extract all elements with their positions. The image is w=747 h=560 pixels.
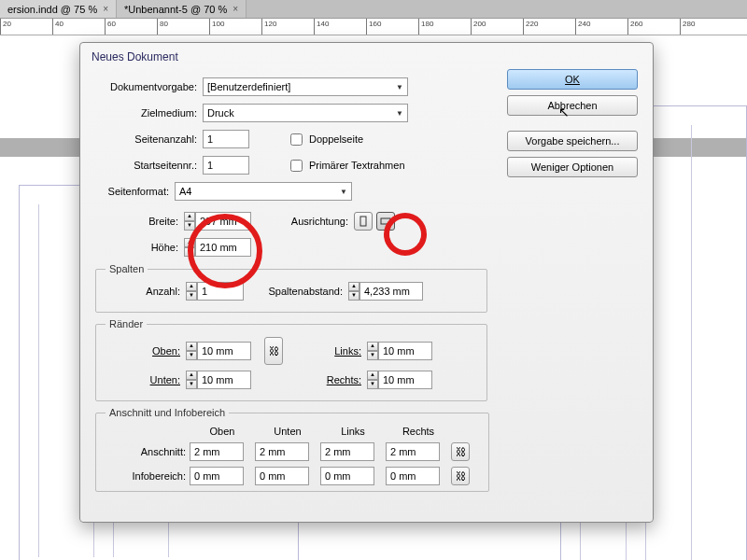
primary-text-frame-checkbox[interactable]: Primärer Textrahmen (287, 157, 405, 175)
bleed-header-left: Links (320, 426, 386, 437)
margin-left-input[interactable] (378, 342, 432, 360)
pages-input[interactable] (203, 130, 249, 148)
gutter-spinner[interactable]: ▲▼ (348, 282, 423, 301)
cancel-button[interactable]: Abbrechen (507, 95, 638, 116)
bleed-slug-legend: Anschnitt und Infobereich (106, 407, 229, 418)
less-options-button[interactable]: Weniger Optionen (507, 157, 638, 177)
tab-label: *Unbenannt-5 @ 70 % (124, 4, 227, 15)
svg-rect-1 (381, 218, 390, 224)
orientation-label: Ausrichtung: (251, 216, 354, 227)
gutter-label: Spaltenabstand: (249, 286, 343, 297)
new-document-dialog: Neues Dokument OK Abbrechen Vorgabe spei… (79, 42, 654, 523)
link-margins-button[interactable]: ⛓ (264, 337, 283, 365)
close-icon[interactable]: × (233, 4, 238, 14)
link-bleed-button[interactable]: ⛓ (451, 442, 470, 461)
bleed-bottom-input[interactable] (255, 442, 309, 461)
margins-legend: Ränder (106, 318, 147, 329)
bleed-header-bottom: Unten (255, 426, 320, 437)
column-count-spinner[interactable]: ▲▼ (186, 282, 244, 301)
chevron-down-icon: ▼ (396, 109, 403, 118)
spin-down-icon[interactable]: ▼ (184, 221, 195, 231)
bleed-header-right: Rechts (386, 426, 451, 437)
document-tab[interactable]: *Unbenannt-5 @ 70 % × (117, 0, 247, 18)
slug-row-label: Infobereich: (106, 470, 190, 482)
width-input[interactable] (195, 212, 251, 231)
spin-up-icon[interactable]: ▲ (184, 212, 195, 221)
slug-bottom-input[interactable] (255, 467, 309, 485)
margin-top-label: Oben: (106, 345, 180, 357)
slug-left-input[interactable] (320, 467, 374, 485)
slug-top-input[interactable] (190, 467, 244, 485)
bleed-left-input[interactable] (320, 442, 374, 461)
chevron-down-icon: ▼ (396, 83, 403, 91)
width-spinner[interactable]: ▲▼ (184, 212, 251, 231)
document-tab-bar: ersion.indd @ 75 % × *Unbenannt-5 @ 70 %… (0, 0, 747, 19)
margin-left-label: Links: (296, 345, 361, 357)
orientation-portrait-button[interactable] (354, 212, 373, 231)
bleed-right-input[interactable] (386, 442, 440, 461)
intent-label: Zielmedium: (95, 107, 203, 119)
bleed-row-label: Anschnitt: (106, 446, 190, 457)
intent-combo[interactable]: Druck ▼ (203, 104, 408, 122)
margin-right-input[interactable] (378, 371, 432, 389)
margin-top-input[interactable] (197, 342, 251, 360)
close-icon[interactable]: × (103, 4, 108, 14)
document-tab[interactable]: ersion.indd @ 75 % × (0, 0, 117, 18)
margin-bottom-label: Unten: (106, 374, 180, 385)
bleed-slug-group: Anschnitt und Infobereich Oben Unten Lin… (95, 407, 489, 492)
margin-right-label: Rechts: (296, 374, 361, 385)
height-input[interactable] (195, 238, 251, 257)
height-spinner[interactable]: ▲▼ (184, 238, 251, 257)
slug-right-input[interactable] (386, 467, 440, 485)
column-count-input[interactable] (197, 282, 244, 301)
margin-bottom-input[interactable] (197, 371, 251, 389)
bleed-top-input[interactable] (190, 442, 244, 461)
spin-up-icon[interactable]: ▲ (184, 238, 195, 247)
columns-group: Spalten Anzahl: ▲▼ Spaltenabstand: ▲▼ (95, 263, 487, 313)
page-size-combo[interactable]: A4 ▼ (175, 182, 352, 201)
preset-label: Dokumentvorgabe: (95, 81, 203, 92)
save-preset-button[interactable]: Vorgabe speichern... (507, 131, 638, 151)
width-label: Breite: (95, 216, 184, 227)
svg-rect-0 (360, 217, 366, 226)
start-page-input[interactable] (203, 156, 249, 175)
columns-legend: Spalten (106, 263, 148, 274)
spin-down-icon[interactable]: ▼ (184, 247, 195, 257)
ok-button[interactable]: OK (507, 69, 638, 90)
tab-label: ersion.indd @ 75 % (7, 4, 97, 15)
height-label: Höhe: (95, 242, 184, 253)
bleed-header-top: Oben (190, 426, 255, 437)
start-page-label: Startseitennr.: (95, 160, 203, 171)
gutter-input[interactable] (359, 282, 423, 301)
orientation-landscape-button[interactable] (376, 212, 395, 231)
horizontal-ruler: 20406080100120140160180200220240260280 (0, 19, 747, 35)
link-slug-button[interactable]: ⛓ (451, 467, 470, 485)
chevron-down-icon: ▼ (340, 188, 347, 196)
facing-pages-checkbox[interactable]: Doppelseite (287, 131, 363, 148)
page-size-label: Seitenformat: (95, 186, 175, 197)
column-count-label: Anzahl: (106, 286, 180, 297)
margins-group: Ränder Oben: ▲▼ ⛓ Links: ▲▼ Unten: ▲▼ Re… (95, 318, 487, 401)
preset-combo[interactable]: [Benutzerdefiniert] ▼ (203, 77, 408, 96)
dialog-title: Neues Dokument (80, 43, 653, 69)
pages-label: Seitenanzahl: (95, 133, 203, 145)
